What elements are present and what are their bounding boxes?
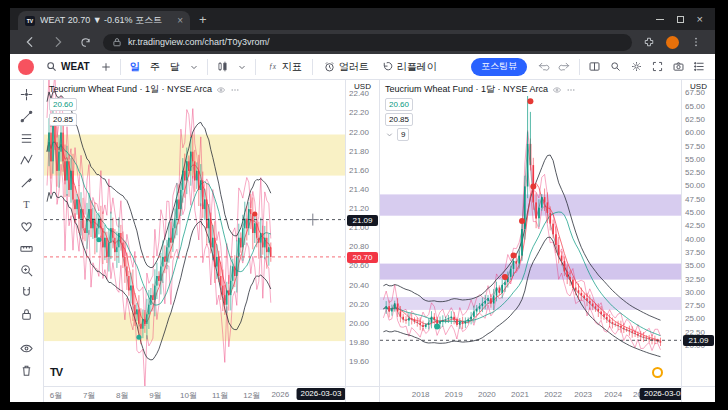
magnet-tool[interactable] <box>15 283 39 301</box>
chart-layout: Teucrium Wheat Fund · 1일 · NYSE Arca 20.… <box>44 80 715 402</box>
legend-menu-icon[interactable] <box>566 85 576 95</box>
add-symbol-icon[interactable] <box>97 61 115 73</box>
monthly-time-axis[interactable]: 201820192020202120222023202420252026-03-… <box>380 386 681 402</box>
chart-type-dropdown-icon[interactable] <box>234 62 250 72</box>
text-tool[interactable]: T <box>15 195 39 213</box>
forward-icon[interactable] <box>48 35 68 49</box>
time-label: 2026 <box>271 390 289 399</box>
monthly-price-scale[interactable]: USD 67.5065.0062.5060.0057.5055.0052.505… <box>681 80 715 386</box>
time-label: 8월 <box>116 390 128 401</box>
daily-chart-plot[interactable]: Teucrium Wheat Fund · 1일 · NYSE Arca 20.… <box>44 80 345 386</box>
interval-month-button[interactable]: 달 <box>166 57 184 77</box>
fib-retracement-tool[interactable] <box>15 129 39 147</box>
replay-button[interactable]: 리플레이 <box>376 57 442 77</box>
window-minimize-icon[interactable] <box>656 19 664 20</box>
price-tick: 40.00 <box>685 236 705 244</box>
refresh-icon[interactable] <box>76 36 95 49</box>
alert-button[interactable]: 얼러트 <box>318 57 374 77</box>
tv-top-toolbar: WEAT 일 주 달 ƒx 지표 얼러트 리플레이 <box>10 54 715 80</box>
price-badge: 21.09 <box>347 215 378 226</box>
time-label: 2019 <box>445 390 463 399</box>
redo-icon[interactable] <box>555 60 574 73</box>
price-badge: 21.09 <box>683 335 714 346</box>
emoji-heart-tool[interactable] <box>15 217 39 235</box>
lock-drawings-tool[interactable] <box>15 305 39 323</box>
legend-menu-icon[interactable] <box>230 85 240 95</box>
crosshair-tool[interactable] <box>15 85 39 103</box>
price-tick: 42.50 <box>685 222 705 230</box>
window-close-icon[interactable]: × <box>697 14 703 25</box>
tradingview-logo[interactable]: TV <box>50 366 62 378</box>
back-icon[interactable] <box>20 35 40 49</box>
date-badge: 2026-03-03 <box>640 388 681 400</box>
axis-corner <box>345 386 379 402</box>
interval-dropdown-icon[interactable] <box>186 62 202 72</box>
daily-chart-legend: Teucrium Wheat Fund · 1일 · NYSE Arca 20.… <box>49 83 240 126</box>
object-tree-icon[interactable] <box>690 60 709 73</box>
daily-time-axis[interactable]: 6월7월8월9월10월11월12월20262월2026-03-03 <box>44 386 345 402</box>
price-tick: 20.20 <box>349 301 369 309</box>
monthly-legend-title[interactable]: Teucrium Wheat Fund · 1달 · NYSE Arca <box>385 83 548 96</box>
pattern-tool[interactable] <box>15 151 39 169</box>
indicators-button[interactable]: ƒx 지표 <box>261 57 307 77</box>
site-info-lock-icon[interactable] <box>112 37 122 47</box>
measure-tool[interactable] <box>15 239 39 257</box>
price-tick: 60.00 <box>685 129 705 137</box>
legend-eye-icon[interactable] <box>552 85 562 95</box>
indicator-count-chip[interactable]: 9 <box>397 128 409 141</box>
time-label: 9월 <box>149 390 161 401</box>
layout-select-icon[interactable] <box>585 60 604 73</box>
legend-eye-icon[interactable] <box>216 85 226 95</box>
price-tick: 20.40 <box>349 282 369 290</box>
monthly-chart-panel: Teucrium Wheat Fund · 1달 · NYSE Arca 20.… <box>379 80 715 402</box>
posting-view-button[interactable]: 포스팅뷰 <box>471 58 527 76</box>
screenshot-camera-icon[interactable] <box>669 60 688 73</box>
profile-avatar[interactable] <box>666 36 679 49</box>
time-label: 2023 <box>574 390 592 399</box>
symbol-search-button[interactable]: WEAT <box>40 57 95 77</box>
browser-menu-icon[interactable] <box>687 36 705 48</box>
search-icon <box>45 60 58 73</box>
interval-day-button[interactable]: 일 <box>126 57 144 77</box>
settings-gear-icon[interactable] <box>627 60 646 73</box>
price-tick: 21.20 <box>349 205 369 213</box>
drawing-toolbar: T <box>10 80 44 402</box>
remove-drawings-tool[interactable] <box>15 361 39 379</box>
new-tab-button[interactable]: + <box>199 13 207 26</box>
browser-tab[interactable]: TV WEAT 20.70 ▼ -0.61% 포스트 × <box>18 11 190 30</box>
interval-week-button[interactable]: 주 <box>146 57 164 77</box>
hint-icon[interactable] <box>652 367 663 378</box>
toolbar-divider <box>312 59 313 75</box>
daily-legend-title[interactable]: Teucrium Wheat Fund · 1일 · NYSE Arca <box>49 83 212 96</box>
screenshot-frame: TV WEAT 20.70 ▼ -0.61% 포스트 × + × kr.trad… <box>0 0 728 410</box>
chevron-down-icon[interactable] <box>385 130 394 139</box>
axis-corner <box>681 386 715 402</box>
extensions-icon[interactable] <box>640 36 658 48</box>
replay-icon <box>381 60 394 73</box>
zoom-tool[interactable] <box>15 261 39 279</box>
price-tick: 22.40 <box>349 90 369 98</box>
brush-tool[interactable] <box>15 173 39 191</box>
price-tick: 47.50 <box>685 196 705 204</box>
legend-value-chip[interactable]: 20.85 <box>385 113 413 126</box>
date-badge: 2026-03-03 <box>296 388 345 400</box>
legend-value-chip[interactable]: 20.60 <box>385 98 413 111</box>
price-tick: 50.00 <box>685 182 705 190</box>
quick-search-icon[interactable] <box>606 60 625 73</box>
window-maximize-icon[interactable] <box>677 16 684 23</box>
trendline-tool[interactable] <box>15 107 39 125</box>
legend-value-chip[interactable]: 20.60 <box>49 98 77 111</box>
fullscreen-icon[interactable] <box>648 60 667 73</box>
address-bar[interactable]: kr.tradingview.com/chart/T0y3vrom/ <box>103 34 632 51</box>
undo-icon[interactable] <box>534 60 553 73</box>
daily-price-scale[interactable]: USD 22.4022.2022.0021.8021.6021.4021.202… <box>345 80 379 386</box>
tab-close-icon[interactable]: × <box>177 16 183 26</box>
hide-drawings-tool[interactable] <box>15 339 39 357</box>
legend-value-chip[interactable]: 20.85 <box>49 113 77 126</box>
price-tick: 20.60 <box>349 262 369 270</box>
user-avatar[interactable] <box>18 59 34 75</box>
monthly-chart-plot[interactable]: Teucrium Wheat Fund · 1달 · NYSE Arca 20.… <box>380 80 681 386</box>
price-tick: 22.20 <box>349 109 369 117</box>
price-tick: 32.50 <box>685 276 705 284</box>
chart-type-icon[interactable] <box>213 60 232 73</box>
